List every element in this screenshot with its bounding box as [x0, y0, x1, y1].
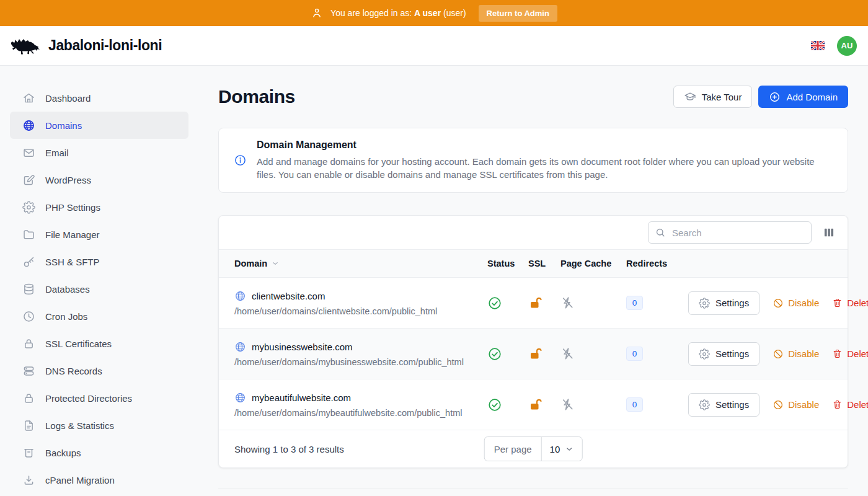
results-summary: Showing 1 to 3 of 3 results	[234, 444, 344, 454]
table-row: clientwebsite.com /home/user/domains/cli…	[219, 278, 848, 329]
database-icon	[22, 283, 35, 296]
sidebar-item-label: Email	[45, 148, 69, 158]
info-box-title: Domain Management	[257, 140, 833, 151]
take-tour-button[interactable]: Take Tour	[673, 86, 753, 108]
status-active-icon	[487, 296, 528, 311]
trash-icon	[832, 348, 843, 359]
sidebar-item-wordpress[interactable]: WordPress	[10, 166, 188, 193]
sidebar-item-php-settings[interactable]: PHP Settings	[10, 193, 188, 221]
domain-management-info-box: Domain Management Add and manage domains…	[218, 128, 848, 193]
domain-path: /home/user/domains/mybusinesswebsite.com…	[234, 357, 487, 367]
search-input[interactable]	[648, 221, 812, 244]
domains-table-card: Domain Status SSL Page Cache Redirects	[218, 215, 848, 468]
search-icon	[655, 227, 666, 238]
sidebar-item-backups[interactable]: Backups	[10, 439, 188, 466]
table-row: mybeautifulwebsite.com /home/user/domain…	[219, 379, 848, 430]
table-row: mybusinesswebsite.com /home/user/domains…	[219, 329, 848, 379]
sidebar-item-label: File Manager	[45, 229, 100, 240]
sidebar-item-label: WordPress	[45, 175, 91, 185]
download-icon	[22, 474, 35, 487]
sidebar: Dashboard Domains Email	[0, 66, 198, 495]
sidebar-item-dashboard[interactable]: Dashboard	[10, 84, 188, 112]
column-header-domain[interactable]: Domain	[234, 259, 487, 268]
sidebar-item-databases[interactable]: Databases	[10, 275, 188, 303]
sidebar-item-cpanel-migration[interactable]: cPanel Migration	[10, 466, 188, 494]
sidebar-item-cron-jobs[interactable]: Cron Jobs	[10, 303, 188, 330]
lock-icon	[22, 337, 35, 350]
person-icon	[311, 7, 323, 19]
column-header-status: Status	[487, 259, 528, 268]
columns-toggle-icon[interactable]	[822, 224, 836, 241]
return-to-admin-button[interactable]: Return to Admin	[479, 5, 557, 22]
plus-circle-icon	[769, 91, 781, 103]
language-flag-uk-icon[interactable]	[811, 41, 825, 50]
sidebar-item-label: SSH & SFTP	[45, 257, 100, 267]
disable-button[interactable]: Disable	[773, 298, 819, 309]
page-cache-off-icon	[560, 347, 626, 361]
sidebar-item-logs-statistics[interactable]: Logs & Statistics	[10, 412, 188, 439]
settings-button[interactable]: Settings	[688, 393, 760, 417]
banner-username: A user	[414, 8, 441, 18]
gear-icon	[699, 348, 710, 360]
sidebar-item-label: Domains	[45, 120, 82, 131]
domain-link[interactable]: mybeautifulwebsite.com	[234, 392, 487, 404]
sidebar-item-label: Logs & Statistics	[45, 420, 114, 431]
folder-icon	[22, 228, 35, 241]
main-content: Domains Take Tour	[198, 66, 868, 495]
file-text-icon	[22, 419, 35, 432]
sidebar-item-email[interactable]: Email	[10, 139, 188, 166]
sidebar-item-label: Databases	[45, 284, 90, 294]
per-page-label: Per page	[485, 437, 542, 461]
domain-link[interactable]: mybusinesswebsite.com	[234, 341, 487, 353]
sidebar-item-ssh-sftp[interactable]: SSH & SFTP	[10, 248, 188, 275]
banner-text: You are logged in as: A user (user)	[330, 8, 466, 18]
column-header-ssl: SSL	[528, 259, 560, 268]
settings-button[interactable]: Settings	[688, 342, 760, 366]
sidebar-item-domains[interactable]: Domains	[10, 112, 188, 139]
globe-icon	[234, 290, 246, 302]
home-icon	[22, 92, 35, 105]
sidebar-item-file-manager[interactable]: File Manager	[10, 221, 188, 248]
column-header-page-cache: Page Cache	[560, 259, 626, 268]
sidebar-item-label: cPanel Migration	[45, 475, 115, 485]
archive-box-icon	[22, 446, 35, 459]
user-avatar[interactable]: AU	[837, 36, 857, 56]
ssl-unlocked-icon	[528, 347, 560, 361]
trash-icon	[832, 399, 843, 410]
page-title: Domains	[218, 86, 295, 108]
status-active-icon	[487, 397, 528, 412]
settings-button[interactable]: Settings	[688, 291, 760, 315]
header-right: AU	[811, 36, 858, 56]
banner-prefix: You are logged in as:	[330, 8, 412, 18]
sidebar-item-ssl-certificates[interactable]: SSL Certificates	[10, 330, 188, 357]
envelope-icon	[22, 146, 35, 159]
banner-role: (user)	[443, 8, 466, 18]
domain-link[interactable]: clientwebsite.com	[234, 290, 487, 302]
domain-path: /home/user/domains/mybeautifulwebsite.co…	[234, 408, 487, 418]
boar-logo-icon	[10, 35, 41, 56]
gear-icon	[22, 201, 35, 214]
slash-circle-icon	[773, 348, 784, 360]
sidebar-item-label: Backups	[45, 448, 81, 458]
ssl-unlocked-icon	[528, 296, 560, 311]
delete-button[interactable]: Delete	[832, 348, 868, 359]
globe-icon	[22, 119, 35, 132]
globe-icon	[234, 392, 246, 404]
gear-icon	[699, 399, 710, 410]
table-header-row: Domain Status SSL Page Cache Redirects	[219, 249, 848, 278]
gear-icon	[699, 298, 710, 309]
delete-button[interactable]: Delete	[832, 298, 868, 308]
table-footer: Showing 1 to 3 of 3 results Per page 10	[219, 430, 848, 467]
delete-button[interactable]: Delete	[832, 399, 868, 410]
sidebar-item-label: PHP Settings	[45, 202, 100, 213]
redirects-count-badge: 0	[626, 397, 643, 412]
per-page-select[interactable]: 10	[542, 437, 582, 461]
graduation-cap-icon	[684, 91, 696, 103]
add-domain-button[interactable]: Add Domain	[758, 86, 848, 108]
sidebar-item-dns-records[interactable]: DNS Records	[10, 357, 188, 384]
app-title: Jabaloni-loni-loni	[48, 37, 162, 54]
sidebar-item-protected-directories[interactable]: Protected Directories	[10, 384, 188, 412]
sidebar-item-label: Dashboard	[45, 93, 91, 104]
disable-button[interactable]: Disable	[773, 399, 819, 410]
disable-button[interactable]: Disable	[773, 348, 819, 360]
